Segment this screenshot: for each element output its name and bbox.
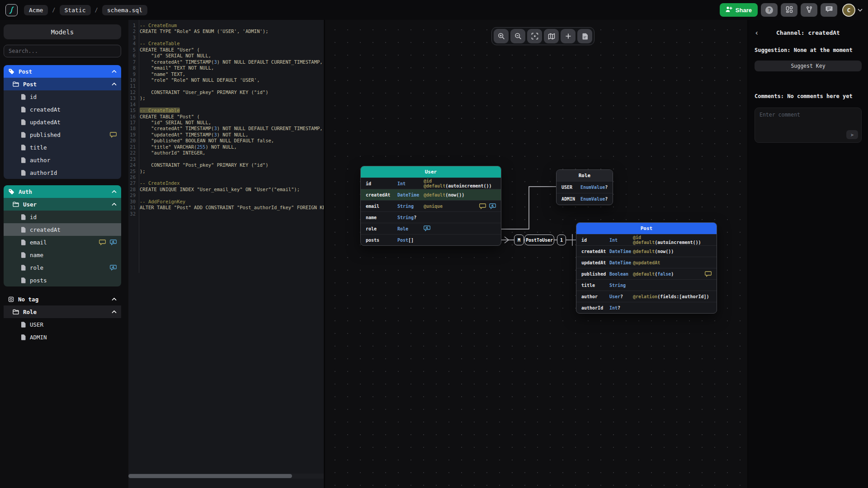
code-line[interactable]: 23 xyxy=(128,156,324,162)
code-line[interactable]: 12 CONSTRAINT "User_pkey" PRIMARY KEY ("… xyxy=(128,89,324,95)
code-line[interactable]: 1-- CreateEnum xyxy=(128,23,324,28)
comment-input[interactable] xyxy=(755,108,861,142)
code-line[interactable]: 32 xyxy=(128,211,324,217)
code-line[interactable]: 25); xyxy=(128,169,324,174)
schema-canvas[interactable]: UseridInt@id @default(autoincrement())cr… xyxy=(324,20,747,488)
share-button[interactable]: Share xyxy=(720,3,758,17)
folder-post[interactable]: Post xyxy=(4,78,121,90)
editor-horizontal-scrollbar[interactable] xyxy=(128,474,324,479)
code-line[interactable]: 30-- AddForeignKey xyxy=(128,199,324,205)
code-line[interactable]: 20 "published" BOOLEAN NOT NULL DEFAULT … xyxy=(128,138,324,144)
table-field-row-updatedat[interactable]: updatedAtDateTime@updatedAt xyxy=(576,257,717,268)
back-chevron-icon[interactable]: ‹ xyxy=(755,28,764,37)
field-item-createdat[interactable]: createdAt xyxy=(4,103,121,116)
field-item-posts[interactable]: posts xyxy=(4,274,121,286)
chevron-up-icon[interactable] xyxy=(112,203,117,206)
code-line[interactable]: 11 xyxy=(128,83,324,89)
cardinality-badge-many[interactable]: M xyxy=(514,235,524,245)
help-button[interactable]: ? xyxy=(761,3,778,17)
comment-icon[interactable] xyxy=(110,132,117,138)
ai-comment-icon[interactable] xyxy=(424,225,430,231)
zoom-out-button[interactable] xyxy=(510,29,525,43)
table-field-row-id[interactable]: idInt@id @default(autoincrement()) xyxy=(576,234,717,245)
code-line[interactable]: 14 xyxy=(128,102,324,108)
code-line[interactable]: 16CREATE TABLE "Post" ( xyxy=(128,114,324,120)
comment-icon[interactable] xyxy=(479,203,486,209)
table-field-row-name[interactable]: nameString? xyxy=(361,211,501,223)
code-line[interactable]: 19 "updatedAt" TIMESTAMP(3) NOT NULL, xyxy=(128,132,324,138)
relation-label[interactable]: PostToUser xyxy=(524,235,554,245)
table-field-row-admin[interactable]: ADMINEnumValue? xyxy=(557,193,613,205)
ai-comment-icon[interactable] xyxy=(110,265,117,271)
field-item-id[interactable]: id xyxy=(4,90,121,103)
table-field-row-createdat[interactable]: createdAtDateTime@default(now()) xyxy=(361,189,501,200)
field-item-author[interactable]: author xyxy=(4,154,121,166)
sql-editor[interactable]: 1-- CreateEnum2CREATE TYPE "Role" AS ENU… xyxy=(128,20,324,488)
table-field-row-authorid[interactable]: authorIdInt? xyxy=(576,302,717,313)
field-item-updatedat[interactable]: updatedAt xyxy=(4,116,121,128)
code-line[interactable]: 21 "title" VARCHAR(255) NOT NULL, xyxy=(128,144,324,150)
code-line[interactable]: 3 xyxy=(128,35,324,41)
breadcrumb-item[interactable]: schema.sql xyxy=(102,5,147,15)
add-button[interactable] xyxy=(561,29,576,43)
field-item-authorid[interactable]: authorId xyxy=(4,166,121,179)
code-line[interactable]: 24 CONSTRAINT "Post_pkey" PRIMARY KEY ("… xyxy=(128,162,324,168)
table-node-user[interactable]: UseridInt@id @default(autoincrement())cr… xyxy=(360,166,501,246)
code-line[interactable]: 28CREATE UNIQUE INDEX "User_email_key" O… xyxy=(128,187,324,192)
table-field-row-user[interactable]: USEREnumValue? xyxy=(557,181,613,193)
comment-icon[interactable] xyxy=(99,239,106,245)
code-line[interactable]: 17 "id" SERIAL NOT NULL, xyxy=(128,120,324,126)
layout-panels-button[interactable] xyxy=(781,3,797,17)
chevron-up-icon[interactable] xyxy=(112,190,117,193)
code-line[interactable]: 2CREATE TYPE "Role" AS ENUM ('USER', 'AD… xyxy=(128,28,324,34)
code-line[interactable]: 31ALTER TABLE "Post" ADD CONSTRAINT "Pos… xyxy=(128,205,324,211)
field-item-published[interactable]: published xyxy=(4,128,121,141)
table-node-post[interactable]: PostidInt@id @default(autoincrement())cr… xyxy=(576,222,717,314)
chevron-up-icon[interactable] xyxy=(112,310,117,314)
folder-user[interactable]: User xyxy=(4,198,121,211)
code-line[interactable]: 18 "createdAt" TIMESTAMP(3) NOT NULL DEF… xyxy=(128,126,324,131)
ai-comment-icon[interactable] xyxy=(110,239,117,245)
table-field-row-role[interactable]: roleRole xyxy=(361,223,501,234)
table-node-role[interactable]: RoleUSEREnumValue?ADMINEnumValue? xyxy=(556,169,613,205)
comments-button[interactable] xyxy=(821,3,837,17)
code-line[interactable]: 26 xyxy=(128,174,324,180)
code-line[interactable]: 5CREATE TABLE "User" ( xyxy=(128,47,324,53)
table-title[interactable]: Role xyxy=(557,170,613,181)
code-line[interactable]: 10 "role" "Role" NOT NULL DEFAULT 'USER'… xyxy=(128,77,324,83)
section-header-no-tag[interactable]: No tag xyxy=(4,293,121,305)
account-menu[interactable]: C xyxy=(842,4,863,17)
table-field-row-published[interactable]: publishedBoolean@default(false) xyxy=(576,268,717,279)
chevron-up-icon[interactable] xyxy=(112,83,117,86)
section-header-auth[interactable]: Auth xyxy=(4,185,121,198)
code-line[interactable]: 7 "createdAt" TIMESTAMP(3) NOT NULL DEFA… xyxy=(128,59,324,65)
breadcrumb-item[interactable]: Static xyxy=(60,5,91,15)
comment-icon[interactable] xyxy=(705,271,712,277)
search-input[interactable] xyxy=(4,45,121,57)
field-item-name[interactable]: name xyxy=(4,249,121,261)
field-item-title[interactable]: title xyxy=(4,141,121,154)
zoom-in-button[interactable] xyxy=(494,29,509,43)
field-item-email[interactable]: email xyxy=(4,236,121,249)
table-field-row-author[interactable]: authorUser?@relation(fields:[authorId]) xyxy=(576,291,717,302)
code-line[interactable]: 29 xyxy=(128,192,324,198)
table-title[interactable]: User xyxy=(361,166,501,178)
field-item-id[interactable]: id xyxy=(4,211,121,223)
table-field-row-id[interactable]: idInt@id @default(autoincrement()) xyxy=(361,178,501,189)
send-comment-button[interactable]: ➤ xyxy=(846,130,858,139)
table-field-row-createdat[interactable]: createdAtDateTime@default(now()) xyxy=(576,245,717,257)
chevron-up-icon[interactable] xyxy=(112,298,117,301)
map-button[interactable] xyxy=(544,29,559,43)
code-line[interactable]: 13); xyxy=(128,95,324,101)
table-title[interactable]: Post xyxy=(576,223,717,234)
field-item-createdat[interactable]: createdAt xyxy=(4,223,121,236)
app-logo-icon[interactable] xyxy=(5,4,18,16)
field-item-user[interactable]: USER xyxy=(4,318,121,331)
fit-view-button[interactable] xyxy=(527,29,542,43)
field-item-role[interactable]: role xyxy=(4,261,121,274)
code-line[interactable]: 15-- CreateTable xyxy=(128,108,324,113)
code-line[interactable]: 22 "authorId" INTEGER, xyxy=(128,150,324,156)
notes-button[interactable] xyxy=(577,29,592,43)
code-line[interactable]: 4-- CreateTable xyxy=(128,41,324,47)
code-line[interactable]: 27-- CreateIndex xyxy=(128,180,324,186)
